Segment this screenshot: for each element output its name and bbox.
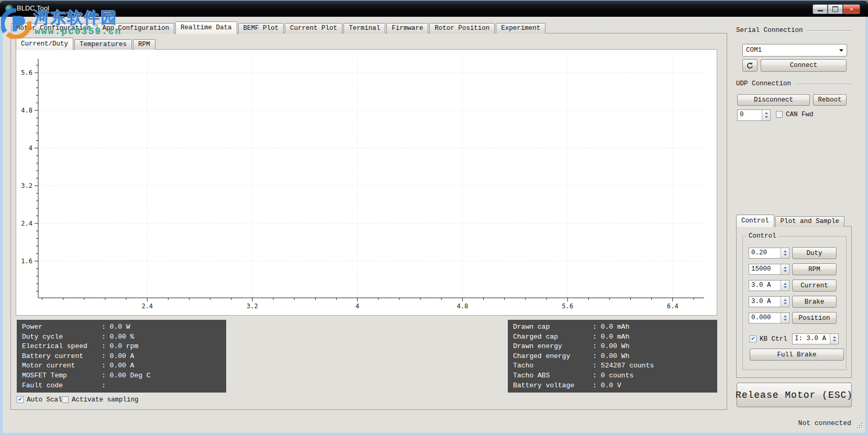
- kb-current-spinner[interactable]: I: 3.0 A: [792, 333, 839, 344]
- duty-value-spinner[interactable]: 0.20: [749, 248, 789, 259]
- position-button[interactable]: Position: [792, 312, 837, 324]
- telemetry-label: Charged energy: [513, 352, 593, 362]
- svg-text:3.2: 3.2: [21, 182, 32, 189]
- kb-ctrl-checkbox[interactable]: ✔: [750, 336, 756, 342]
- group-line: [794, 84, 852, 84]
- tab-firmware[interactable]: Firmware: [386, 23, 428, 33]
- tab-app-configuration[interactable]: App Configuration: [97, 23, 175, 33]
- telemetry-label: Drawn cap: [513, 322, 593, 332]
- spinner-arrows[interactable]: [781, 297, 789, 307]
- bldc-tool-window: BLDC Tool ✕ Motor ConfigurationApp Confi…: [0, 0, 868, 436]
- full-brake-button[interactable]: Full Brake: [750, 349, 844, 361]
- spinner-arrows[interactable]: [781, 248, 789, 258]
- release-motor-button[interactable]: Release Motor (ESC): [737, 383, 852, 407]
- tab-bemf-plot[interactable]: BEMF Plot: [238, 23, 284, 33]
- plot-tab-bar: Current/DutyTemperaturesRPM: [16, 37, 157, 50]
- serial-connection-title: Serial Connection: [736, 27, 803, 34]
- can-fwd-checkbox[interactable]: ✔: [776, 111, 783, 118]
- spinner-down-icon[interactable]: [784, 303, 787, 305]
- telemetry-value: : 0.0 W: [102, 323, 130, 331]
- telemetry-row: Charged cap: 0.0 mAh: [513, 332, 717, 342]
- spinner-value: 15000: [749, 264, 781, 274]
- telemetry-row: Battery voltage: 0.0 V: [513, 381, 717, 391]
- kb-current-value: I: 3.0 A: [793, 334, 830, 344]
- spinner-down-icon[interactable]: [784, 319, 787, 321]
- connect-button[interactable]: Connect: [761, 59, 847, 72]
- tab-current-plot[interactable]: Current Plot: [285, 23, 342, 33]
- telemetry-value: : 0.00 A: [102, 362, 134, 370]
- can-fwd-label: CAN Fwd: [786, 111, 814, 118]
- subtab-rpm[interactable]: RPM: [133, 39, 155, 50]
- udp-connection-title: UDP Connection: [736, 80, 791, 87]
- telemetry-label: Drawn energy: [513, 342, 593, 352]
- chart-canvas: 2.43.244.85.66.45.64.843.22.41.6: [16, 50, 717, 315]
- tab-experiment[interactable]: Experiment: [496, 23, 546, 33]
- spinner-up-icon[interactable]: [784, 266, 787, 269]
- spinner-down-icon[interactable]: [833, 340, 836, 342]
- status-bar-text: Not connected: [798, 419, 851, 427]
- serial-port-value: COM1: [746, 47, 762, 54]
- maximize-icon: [832, 6, 838, 12]
- position-value-spinner[interactable]: 0.000: [749, 312, 789, 323]
- controltab-control[interactable]: Control: [736, 215, 774, 227]
- serial-port-select[interactable]: COM1: [742, 44, 847, 57]
- telemetry-value: : 0.00 Wh: [593, 352, 629, 360]
- current-value-spinner[interactable]: 3.0 A: [749, 280, 789, 291]
- svg-text:5.6: 5.6: [21, 69, 32, 76]
- svg-text:2.4: 2.4: [141, 303, 153, 310]
- telemetry-row: Drawn energy: 0.00 Wh: [513, 342, 717, 352]
- auto-scale-checkbox[interactable]: ✔: [17, 396, 24, 403]
- control-tab-bar: ControlPlot and Sample: [736, 215, 845, 227]
- spinner-up-icon[interactable]: [765, 112, 768, 114]
- svg-text:1.6: 1.6: [21, 258, 32, 265]
- subtab-current-duty[interactable]: Current/Duty: [16, 38, 73, 50]
- spinner-up-icon[interactable]: [784, 315, 787, 317]
- spinner-up-icon[interactable]: [784, 299, 787, 301]
- controltab-plot-and-sample[interactable]: Plot and Sample: [775, 216, 845, 227]
- tab-motor-configuration[interactable]: Motor Configuration: [11, 23, 96, 33]
- rpm-button[interactable]: RPM: [792, 263, 837, 275]
- spinner-value: 3.0 A: [749, 297, 781, 307]
- telemetry-value: : 524287 counts: [593, 362, 654, 370]
- telemetry-label: Power: [22, 322, 102, 332]
- telemetry-panel-right: Drawn cap: 0.0 mAhCharged cap: 0.0 mAhDr…: [508, 320, 717, 393]
- tab-realtime-data[interactable]: Realtime Data: [175, 21, 237, 34]
- tab-rotor-position[interactable]: Rotor Position: [429, 23, 495, 33]
- spinner-down-icon[interactable]: [765, 116, 768, 118]
- subtab-temperatures[interactable]: Temperatures: [74, 39, 132, 50]
- control-row: 0.20Duty: [749, 248, 840, 259]
- spinner-arrows[interactable]: [781, 313, 789, 323]
- telemetry-value: : 0.0 mAh: [593, 333, 629, 341]
- spinner-arrows[interactable]: [781, 281, 789, 290]
- spinner-down-icon[interactable]: [784, 254, 787, 256]
- control-row: 3.0 ACurrent: [749, 280, 840, 291]
- activate-sampling-label: Activate sampling: [72, 396, 139, 404]
- activate-sampling-checkbox[interactable]: ✔: [62, 396, 69, 403]
- spinner-arrows[interactable]: [762, 110, 770, 120]
- udp-connection-group: UDP Connection: [736, 80, 852, 87]
- disconnect-button[interactable]: Disconnect: [737, 94, 810, 106]
- maximize-button[interactable]: [828, 4, 843, 14]
- minimize-button[interactable]: [813, 4, 828, 14]
- close-button[interactable]: ✕: [843, 4, 860, 14]
- tab-terminal[interactable]: Terminal: [343, 23, 385, 33]
- brake-value-spinner[interactable]: 3.0 A: [749, 296, 789, 307]
- spinner-arrows[interactable]: [781, 264, 789, 274]
- resize-grip[interactable]: [857, 423, 862, 428]
- spinner-up-icon[interactable]: [784, 250, 787, 252]
- reboot-button[interactable]: Reboot: [813, 94, 847, 106]
- duty-button[interactable]: Duty: [792, 247, 837, 259]
- telemetry-label: Charged cap: [513, 332, 593, 342]
- brake-button[interactable]: Brake: [792, 296, 837, 308]
- spinner-up-icon[interactable]: [833, 336, 836, 338]
- refresh-ports-button[interactable]: [742, 59, 758, 72]
- spinner-down-icon[interactable]: [784, 270, 787, 272]
- spinner-up-icon[interactable]: [784, 283, 787, 285]
- telemetry-row: Motor current: 0.00 A: [22, 361, 226, 371]
- current-button[interactable]: Current: [792, 280, 837, 292]
- spinner-down-icon[interactable]: [784, 286, 787, 288]
- main-tab-bar: Motor ConfigurationApp ConfigurationReal…: [11, 21, 547, 33]
- spinner-arrows[interactable]: [830, 334, 838, 344]
- rpm-value-spinner[interactable]: 15000: [749, 264, 789, 275]
- can-id-spinner[interactable]: 0: [737, 109, 771, 121]
